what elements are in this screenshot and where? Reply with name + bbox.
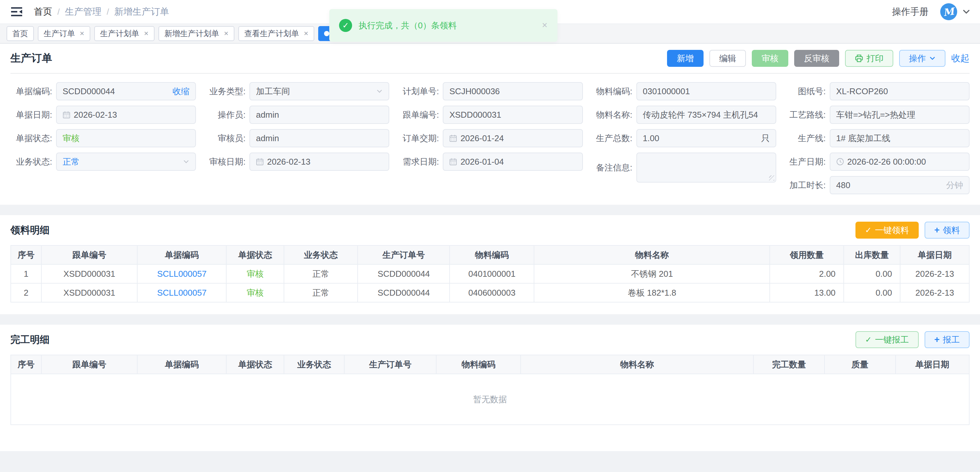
breadcrumb-separator: / xyxy=(107,7,109,17)
business-status-field[interactable]: 正常 xyxy=(56,153,196,171)
pick-qty-column-header: 领用数量 xyxy=(770,245,843,264)
chevron-down-icon xyxy=(929,55,935,62)
material-code-column-header: 物料编码 xyxy=(450,245,534,264)
actions-button-label: 操作 xyxy=(909,53,926,64)
business-status-label: 业务状态: xyxy=(10,156,56,168)
remark-field[interactable] xyxy=(636,153,776,183)
plan-no-field[interactable]: SCJH000036 xyxy=(443,82,582,100)
material-code-cell: 0401000001 xyxy=(450,264,534,283)
seq-cell: 2 xyxy=(11,283,41,302)
drawing-no-value: XL-RCOP260 xyxy=(836,86,888,97)
edit-button[interactable]: 编辑 xyxy=(710,50,746,67)
doc-status-cell: 审核 xyxy=(226,283,284,302)
order-date-field[interactable]: 2026-02-13 xyxy=(56,106,196,124)
business-type-field[interactable]: 加工车间 xyxy=(250,82,389,100)
audit-date-field[interactable]: 2026-02-13 xyxy=(250,153,389,171)
doc-status-row: 单据状态:审核 xyxy=(10,129,196,147)
tab-view-production-plan[interactable]: 查看生产计划单✕ xyxy=(238,26,314,41)
operator-field[interactable]: admin xyxy=(250,106,389,124)
finish-table: 序号跟单编号单据编码单据状态业务状态生产订单号物料编码物料名称完工数量质量单据日… xyxy=(10,354,970,425)
production-date-value: 2026-02-26 00:00:00 xyxy=(847,157,926,167)
calendar-icon xyxy=(449,158,457,165)
order-date-row: 单据日期:2026-02-13 xyxy=(10,106,196,124)
picking-detail-title: 领料明细 xyxy=(10,224,49,237)
doc-date-cell: 2026-2-13 xyxy=(900,283,969,302)
order-code-action-link[interactable]: 收缩 xyxy=(172,86,189,97)
material-name-cell: 卷板 182*1.8 xyxy=(534,283,770,302)
tab-close-icon[interactable]: ✕ xyxy=(304,30,309,37)
follow-no-column-header: 跟单编号 xyxy=(41,245,137,264)
production-date-field[interactable]: 2026-02-26 00:00:00 xyxy=(830,153,970,171)
finish-detail-header: 完工明细 ✓ 一键报工 + 报工 xyxy=(10,325,970,354)
doc-code-column-header: 单据编码 xyxy=(137,355,226,374)
demand-date-value: 2026-01-04 xyxy=(460,157,504,167)
order-code-label: 单据编码: xyxy=(10,86,56,97)
one-click-report-button[interactable]: ✓ 一键报工 xyxy=(856,331,919,348)
plus-icon: + xyxy=(934,225,940,235)
audit-button[interactable]: 审核 xyxy=(752,50,788,67)
prod-order-no-cell: SCDD000044 xyxy=(358,264,450,283)
process-duration-field[interactable]: 480分钟 xyxy=(830,176,970,194)
form-column-4: 物料编码:0301000001物料名称:传动皮轮件 735×794 主机孔54生… xyxy=(591,82,776,194)
tab-close-icon[interactable]: ✕ xyxy=(224,30,229,37)
biz-status-column-header: 业务状态 xyxy=(284,245,358,264)
production-line-field[interactable]: 1# 底架加工线 xyxy=(830,129,970,147)
resize-handle[interactable] xyxy=(769,175,774,181)
total-qty-field[interactable]: 1.00只 xyxy=(636,129,776,147)
tab-close-icon[interactable]: ✕ xyxy=(144,30,149,37)
doc-status-cell: 审核 xyxy=(226,264,284,283)
audit-date-value: 2026-02-13 xyxy=(267,157,310,167)
demand-date-field[interactable]: 2026-01-04 xyxy=(443,153,582,171)
tab-close-icon[interactable]: ✕ xyxy=(80,30,84,37)
toast-close-icon[interactable]: ✕ xyxy=(542,21,548,30)
biz-status-cell: 正常 xyxy=(284,283,358,302)
one-click-report-label: 一键报工 xyxy=(875,334,909,345)
delivery-date-label: 订单交期: xyxy=(397,133,443,144)
page-title: 生产订单 xyxy=(10,51,52,65)
material-name-column-header: 物料名称 xyxy=(521,355,753,374)
follow-no-field[interactable]: XSDD000031 xyxy=(443,106,582,124)
production-date-row: 生产日期:2026-02-26 00:00:00 xyxy=(784,153,970,171)
breadcrumb-home[interactable]: 首页 xyxy=(34,6,52,18)
auditor-field[interactable]: admin xyxy=(250,129,389,147)
tab-production-plan[interactable]: 生产计划单✕ xyxy=(94,26,154,41)
add-report-button[interactable]: + 报工 xyxy=(924,331,970,348)
doc-status-column-header: 单据状态 xyxy=(226,355,284,374)
doc-code-cell[interactable]: SCLL000057 xyxy=(137,283,226,302)
material-name-field[interactable]: 传动皮轮件 735×794 主机孔54 xyxy=(636,106,776,124)
delivery-date-field[interactable]: 2026-01-24 xyxy=(443,129,582,147)
table-row: 2XSDD000031SCLL000057审核正常SCDD00004404060… xyxy=(11,283,969,302)
tab-label: 生产订单 xyxy=(44,29,75,39)
plus-icon: + xyxy=(934,334,940,345)
follow-no-value: XSDD000031 xyxy=(449,110,501,120)
material-code-field[interactable]: 0301000001 xyxy=(636,82,776,100)
add-button[interactable]: 新增 xyxy=(667,50,703,67)
drawing-no-row: 图纸号:XL-RCOP260 xyxy=(784,82,970,100)
collapse-link[interactable]: 收起 xyxy=(951,52,970,65)
breadcrumb-production-management[interactable]: 生产管理 xyxy=(65,6,102,18)
avatar[interactable]: M xyxy=(940,3,957,20)
prod-order-no-column-header: 生产订单号 xyxy=(344,355,436,374)
operation-manual-link[interactable]: 操作手册 xyxy=(892,6,929,18)
print-button[interactable]: 打印 xyxy=(845,50,893,67)
actions-dropdown-button[interactable]: 操作 xyxy=(899,50,945,67)
drawing-no-field[interactable]: XL-RCOP260 xyxy=(830,82,970,100)
table-header-row: 序号跟单编号单据编码单据状态业务状态生产订单号物料编码物料名称领用数量出库数量单… xyxy=(11,245,969,264)
doc-code-cell[interactable]: SCLL000057 xyxy=(137,264,226,283)
one-click-pick-button[interactable]: ✓ 一键领料 xyxy=(856,222,919,238)
finish-toolbar: ✓ 一键报工 + 报工 xyxy=(856,331,970,348)
doc-date-column-header: 单据日期 xyxy=(896,355,969,374)
material-name-label: 物料名称: xyxy=(591,109,636,121)
tab-home[interactable]: 首页 xyxy=(6,26,34,41)
unaudit-button[interactable]: 反审核 xyxy=(794,50,839,67)
demand-date-label: 需求日期: xyxy=(397,156,443,168)
order-code-field[interactable]: SCDD000044收缩 xyxy=(56,82,196,100)
add-pick-button[interactable]: + 领料 xyxy=(924,222,970,238)
table-header-row: 序号跟单编号单据编码单据状态业务状态生产订单号物料编码物料名称完工数量质量单据日… xyxy=(11,355,969,374)
user-menu-chevron-down-icon[interactable] xyxy=(963,10,970,14)
tab-production-order[interactable]: 生产订单✕ xyxy=(38,26,90,41)
menu-fold-icon[interactable] xyxy=(10,6,24,17)
process-route-field[interactable]: 车钳=>钻孔=>热处理 xyxy=(830,106,970,124)
tab-add-production-plan[interactable]: 新增生产计划单✕ xyxy=(158,26,234,41)
doc-status-field[interactable]: 审核 xyxy=(56,129,196,147)
